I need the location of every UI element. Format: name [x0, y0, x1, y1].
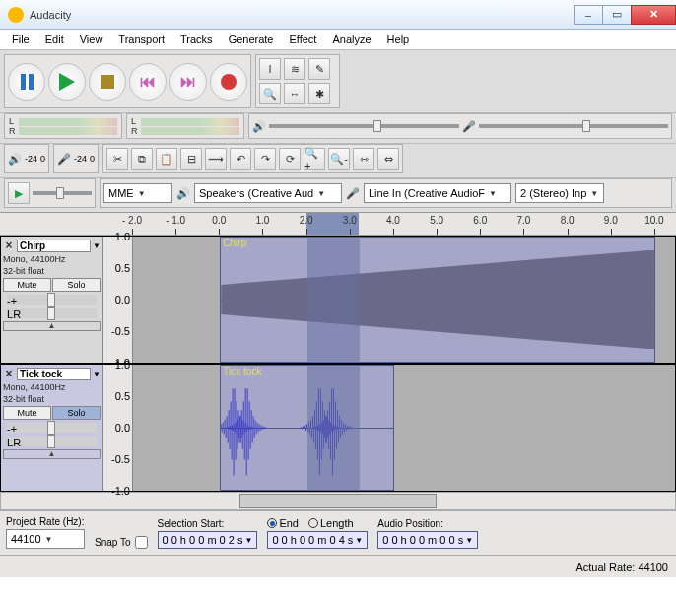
mute-button[interactable]: Mute: [3, 406, 51, 420]
pause-button[interactable]: [8, 63, 45, 101]
audio-position-label: Audio Position:: [377, 518, 478, 529]
vscale-tick: 0.5: [115, 390, 130, 402]
selection-overlay: [307, 237, 360, 363]
menu-view[interactable]: View: [72, 32, 111, 47]
waveform-display[interactable]: Tick tock: [133, 365, 675, 491]
pan-slider[interactable]: LR: [7, 437, 97, 446]
close-track-icon[interactable]: ×: [3, 367, 15, 380]
skip-end-button[interactable]: ⏭: [169, 63, 207, 101]
menu-transport[interactable]: Transport: [110, 32, 172, 47]
zoom-out-icon[interactable]: 🔍-: [328, 148, 350, 170]
menu-tracks[interactable]: Tracks: [172, 32, 221, 47]
redo-icon[interactable]: ↷: [254, 148, 276, 170]
meter-rec-l-label: L: [131, 116, 139, 126]
track-control-panel[interactable]: ×Chirp▼ Mono, 44100Hz 32-bit float MuteS…: [1, 237, 103, 363]
selection-end-field[interactable]: 0 0 h 0 0 m 0 4 s▼: [267, 531, 368, 549]
envelope-tool-icon[interactable]: ≋: [284, 58, 305, 80]
track-format: Mono, 44100Hz: [3, 382, 101, 392]
record-button[interactable]: [210, 63, 247, 101]
vscale-tick: 0.0: [115, 294, 130, 306]
silence-icon[interactable]: ⟿: [205, 148, 227, 170]
ruler-tick: 4.0: [386, 215, 400, 226]
gain-slider[interactable]: -+: [7, 295, 97, 305]
audio-host-dropdown[interactable]: MME▼: [103, 183, 172, 203]
play-button[interactable]: [48, 63, 86, 101]
multi-tool-icon[interactable]: ✱: [308, 83, 330, 104]
fit-project-icon[interactable]: ⇔: [377, 148, 399, 170]
track-control-panel[interactable]: ×Tick tock▼ Mono, 44100Hz 32-bit float M…: [1, 365, 103, 491]
snap-to-checkbox[interactable]: [135, 536, 148, 549]
mixer-toolbar: 🔊 🎤: [248, 113, 672, 139]
timeshift-tool-icon[interactable]: ↔: [284, 83, 305, 104]
menu-help[interactable]: Help: [379, 32, 418, 47]
vscale-tick: -0.5: [111, 325, 130, 337]
skip-start-button[interactable]: ⏮: [129, 63, 167, 101]
vscale-tick: -1.0: [111, 485, 130, 497]
play-at-speed-icon[interactable]: ▶: [8, 182, 30, 204]
track-bitdepth: 32-bit float: [3, 394, 101, 404]
mute-button[interactable]: Mute: [3, 278, 51, 292]
timeline-ruler[interactable]: - 2.0- 1.00.01.02.03.04.05.06.07.08.09.0…: [0, 212, 676, 236]
track-row: ×Chirp▼ Mono, 44100Hz 32-bit float MuteS…: [0, 236, 676, 364]
output-volume-slider[interactable]: [269, 124, 459, 128]
gain-slider[interactable]: -+: [7, 423, 97, 433]
fit-selection-icon[interactable]: ⇿: [353, 148, 374, 170]
edit-toolbar: ✂ ⧉ 📋 ⊟ ⟿ ↶ ↷ ⟳ 🔍+ 🔍- ⇿ ⇔: [102, 144, 403, 173]
draw-tool-icon[interactable]: ✎: [308, 58, 330, 80]
trim-icon[interactable]: ⊟: [180, 148, 202, 170]
transcription-toolbar: ▶: [4, 178, 96, 208]
waveform-display[interactable]: Chirp: [133, 237, 675, 363]
play-speed-slider[interactable]: [33, 191, 92, 195]
collapse-button[interactable]: ▲: [3, 449, 101, 459]
end-radio[interactable]: End: [267, 517, 299, 529]
menu-analyze[interactable]: Analyze: [324, 32, 378, 47]
copy-icon[interactable]: ⧉: [131, 148, 153, 170]
track-name[interactable]: Chirp: [17, 240, 91, 252]
menu-effect[interactable]: Effect: [282, 32, 325, 47]
audio-position-field[interactable]: 0 0 h 0 0 m 0 0 s▼: [377, 531, 478, 549]
selection-start-field[interactable]: 0 0 h 0 0 m 0 2 s▼: [158, 531, 258, 549]
speaker-device-icon: 🔊: [176, 187, 190, 200]
ruler-tick: 2.0: [300, 215, 313, 226]
track-menu-icon[interactable]: ▼: [93, 241, 101, 250]
ruler-tick: 1.0: [256, 215, 270, 226]
input-device-dropdown[interactable]: Line In (Creative AudioF▼: [364, 183, 511, 203]
close-track-icon[interactable]: ×: [3, 239, 15, 252]
vertical-scale[interactable]: 1.00.50.0-0.5-1.0: [103, 365, 133, 491]
vertical-scale[interactable]: 1.00.50.0-0.5-1.0: [103, 237, 133, 363]
zoom-tool-icon[interactable]: 🔍: [259, 83, 281, 104]
input-channels-dropdown[interactable]: 2 (Stereo) Inp▼: [515, 183, 604, 203]
minimize-button[interactable]: –: [574, 5, 603, 25]
length-radio[interactable]: Length: [308, 517, 354, 529]
solo-button[interactable]: Solo: [52, 406, 101, 420]
project-rate-dropdown[interactable]: 44100▼: [6, 529, 85, 549]
vscale-tick: -0.5: [111, 453, 130, 465]
menu-generate[interactable]: Generate: [221, 32, 282, 47]
menu-edit[interactable]: Edit: [37, 32, 72, 47]
track-menu-icon[interactable]: ▼: [93, 370, 101, 378]
audio-clip[interactable]: Chirp: [220, 237, 655, 363]
output-device-dropdown[interactable]: Speakers (Creative Aud▼: [194, 183, 342, 203]
pan-slider[interactable]: LR: [7, 308, 97, 318]
ruler-tick: 0.0: [212, 215, 226, 226]
input-volume-slider[interactable]: [479, 124, 669, 128]
solo-button[interactable]: Solo: [52, 278, 101, 292]
track-name[interactable]: Tick tock: [17, 368, 91, 380]
mic-small-icon: 🎤: [57, 153, 71, 166]
menu-file[interactable]: File: [4, 32, 37, 47]
selection-tool-icon[interactable]: I: [259, 58, 281, 80]
close-button[interactable]: ✕: [631, 5, 676, 25]
paste-icon[interactable]: 📋: [156, 148, 177, 170]
cut-icon[interactable]: ✂: [106, 148, 128, 170]
sync-lock-icon[interactable]: ⟳: [279, 148, 301, 170]
horizontal-scrollbar[interactable]: [0, 492, 676, 510]
undo-icon[interactable]: ↶: [230, 148, 251, 170]
collapse-button[interactable]: ▲: [3, 321, 101, 331]
playback-meter[interactable]: L R: [4, 113, 122, 139]
stop-button[interactable]: [89, 63, 126, 101]
zoom-in-icon[interactable]: 🔍+: [304, 148, 325, 170]
playback-level-toolbar: 🔊 -24 0: [4, 144, 49, 173]
record-meter[interactable]: L R: [126, 113, 244, 139]
vscale-tick: 1.0: [115, 359, 130, 371]
maximize-button[interactable]: ▭: [602, 5, 632, 25]
